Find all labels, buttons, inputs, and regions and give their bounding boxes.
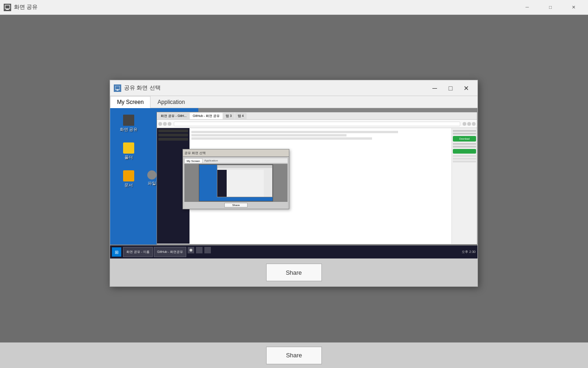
svg-rect-1 xyxy=(6,9,9,10)
outer-titlebar: 화면 공유 ─ □ ✕ xyxy=(0,0,588,15)
dialog-minimize-button[interactable]: ─ xyxy=(427,82,442,94)
preview-taskbar: ⊞ 화면 공유 - 이름 GitHub - 화면공유 오후 2:30 xyxy=(110,245,477,258)
dialog-titlebar-left: 공유 화면 선택 xyxy=(114,84,161,92)
share-button[interactable]: Share xyxy=(266,264,322,281)
folder-icon-1 xyxy=(123,142,134,154)
taskbar-item-2: GitHub - 화면공유 xyxy=(154,247,186,257)
nested-dialog-content: My Screen Application xyxy=(183,157,289,209)
nested-share-button[interactable]: Share xyxy=(224,203,248,207)
outer-window-controls: ─ □ ✕ xyxy=(516,1,584,14)
start-button: ⊞ xyxy=(112,247,121,257)
nested-screen-preview xyxy=(184,164,287,202)
dialog-close-button[interactable]: ✕ xyxy=(459,82,474,94)
browser-right-panel: Download xyxy=(451,128,477,244)
svg-rect-0 xyxy=(5,5,10,9)
browser-tab-2: GitHub - 화면 공유 xyxy=(190,113,222,119)
taskbar-item-1: 화면 공유 - 이름 xyxy=(123,247,153,257)
nested-tabs: My Screen Application xyxy=(184,158,287,163)
app-icon xyxy=(4,4,11,11)
dialog-maximize-button[interactable]: □ xyxy=(443,82,458,94)
browser-toolbar xyxy=(157,120,477,128)
dialog-footer: Share xyxy=(110,258,477,286)
tab-my-screen[interactable]: My Screen xyxy=(110,96,150,108)
svg-rect-2 xyxy=(115,86,120,90)
file-icon xyxy=(147,170,157,180)
browser-window: 화면 공유 - GitH... GitHub - 화면 공유 탭 3 탭 4 xyxy=(157,112,477,245)
nested-dialog-titlebar: 공유 화면 선택 xyxy=(183,149,289,157)
outer-window-title: 화면 공유 xyxy=(14,3,38,11)
close-button[interactable]: ✕ xyxy=(563,1,584,14)
share-screen-dialog: 공유 화면 선택 ─ □ ✕ My Screen Application 화면 … xyxy=(110,80,478,287)
browser-tab-4: 탭 4 xyxy=(235,113,247,119)
outer-titlebar-left: 화면 공유 xyxy=(4,3,38,11)
browser-content: 공유 화면 선택 My Screen Application xyxy=(157,128,477,244)
tab-application[interactable]: Application xyxy=(150,96,192,108)
svg-point-4 xyxy=(189,249,192,252)
browser-tab-1: 화면 공유 - GitH... xyxy=(158,113,189,119)
folder-icon-2 xyxy=(123,170,134,181)
nested-dialog: 공유 화면 선택 My Screen Application xyxy=(183,149,289,209)
desktop-icon-2: 폴더 xyxy=(115,141,143,162)
dialog-tabs: My Screen Application xyxy=(110,96,477,108)
screen-preview-area: 화면 공유 폴더 문서 파일 화면 공유 - GitH... GitHub - … xyxy=(110,108,477,258)
browser-tabs: 화면 공유 - GitH... GitHub - 화면 공유 탭 3 탭 4 xyxy=(157,112,477,120)
taskbar-time: 오후 2:30 xyxy=(462,250,476,254)
monitor-icon xyxy=(123,115,134,126)
taskbar-right: 오후 2:30 xyxy=(462,250,476,254)
taskbar-items: 화면 공유 - 이름 GitHub - 화면공유 xyxy=(121,247,462,257)
minimize-button[interactable]: ─ xyxy=(516,1,538,14)
address-bar xyxy=(174,122,460,126)
bottom-bar: Share xyxy=(0,342,588,368)
bottom-share-button[interactable]: Share xyxy=(266,347,322,364)
taskbar-icon-2 xyxy=(196,247,203,253)
browser-main-content: 공유 화면 선택 My Screen Application xyxy=(189,128,451,244)
browser-tab-3: 탭 3 xyxy=(223,113,235,119)
svg-rect-3 xyxy=(117,90,118,90)
nested-footer: Share xyxy=(184,202,287,208)
taskbar-icon-3 xyxy=(204,247,211,253)
dialog-window-controls: ─ □ ✕ xyxy=(427,82,474,94)
dialog-title: 공유 화면 선택 xyxy=(124,84,161,92)
taskbar-icon-1 xyxy=(188,247,194,253)
dialog-icon xyxy=(114,84,121,92)
maximize-button[interactable]: □ xyxy=(540,1,561,14)
dialog-titlebar: 공유 화면 선택 ─ □ ✕ xyxy=(110,80,477,96)
desktop-icon-1: 화면 공유 xyxy=(115,113,143,135)
